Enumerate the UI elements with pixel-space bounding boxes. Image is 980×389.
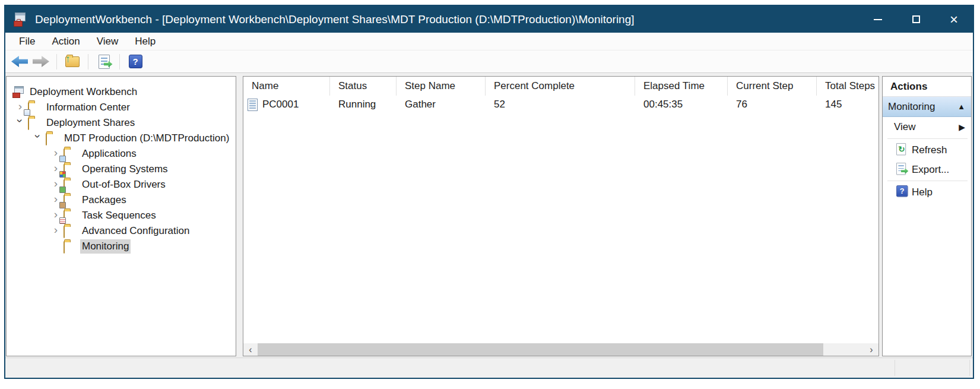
tree-item-advanced-configuration[interactable]: › Advanced Configuration bbox=[7, 223, 236, 239]
results-list-pane: Name Status Step Name Percent Complete E… bbox=[243, 76, 879, 356]
list-header: Name Status Step Name Percent Complete E… bbox=[243, 77, 878, 96]
folder-packages-icon bbox=[64, 195, 65, 207]
menu-bar: File Action View Help bbox=[5, 33, 973, 50]
maximize-icon bbox=[912, 15, 920, 23]
forward-button[interactable] bbox=[30, 52, 52, 71]
folder-icon bbox=[28, 118, 29, 130]
actions-separator bbox=[887, 181, 968, 181]
window-title: DeploymentWorkbench - [Deployment Workbe… bbox=[35, 13, 635, 26]
column-header-status[interactable]: Status bbox=[330, 77, 397, 96]
menu-file[interactable]: File bbox=[5, 33, 43, 50]
column-header-name[interactable]: Name bbox=[243, 77, 330, 96]
menu-action[interactable]: Action bbox=[43, 33, 88, 50]
minimize-icon bbox=[874, 19, 882, 20]
up-one-level-button[interactable]: ↑ bbox=[62, 52, 83, 71]
chevron-right-icon[interactable]: › bbox=[52, 178, 60, 189]
scroll-left-icon[interactable]: ‹ bbox=[243, 343, 258, 356]
maximize-button[interactable] bbox=[897, 6, 935, 33]
row-name: PC0001 bbox=[262, 99, 299, 110]
actions-pane-title: Actions bbox=[883, 77, 971, 97]
computer-report-icon bbox=[248, 99, 258, 111]
refresh-icon: ↻ bbox=[896, 143, 906, 155]
row-total-steps: 145 bbox=[817, 99, 878, 110]
table-row[interactable]: PC0001 Running Gather 52 00:45:35 76 145 bbox=[243, 96, 878, 113]
row-elapsed-time: 00:45:35 bbox=[635, 99, 728, 110]
submenu-arrow-icon: ▶ bbox=[959, 122, 965, 132]
close-button[interactable]: × bbox=[935, 6, 973, 33]
window-controls: × bbox=[859, 6, 973, 33]
selected-tree-item-label: Monitoring bbox=[80, 239, 131, 254]
column-header-current-step[interactable]: Current Step bbox=[728, 77, 817, 96]
column-header-step-name[interactable]: Step Name bbox=[397, 77, 486, 96]
column-header-total-steps[interactable]: Total Steps bbox=[817, 77, 878, 96]
chevron-down-icon[interactable]: › bbox=[33, 132, 44, 141]
scroll-right-icon[interactable]: › bbox=[864, 343, 878, 356]
app-icon bbox=[14, 12, 29, 27]
statusbar-divider bbox=[969, 360, 970, 376]
chevron-right-icon[interactable]: › bbox=[52, 224, 60, 235]
column-header-elapsed-time[interactable]: Elapsed Time bbox=[635, 77, 728, 96]
chevron-right-icon[interactable]: › bbox=[16, 100, 24, 112]
toolbar-separator bbox=[119, 54, 120, 69]
tree-item-out-of-box-drivers[interactable]: › Out-of-Box Drivers bbox=[7, 177, 236, 192]
help-icon: ? bbox=[896, 185, 908, 197]
app-window: DeploymentWorkbench - [Deployment Workbe… bbox=[4, 5, 974, 379]
folder-os-icon bbox=[64, 164, 65, 176]
toolbar-separator bbox=[56, 54, 57, 69]
folder-icon bbox=[64, 226, 65, 238]
column-header-percent-complete[interactable]: Percent Complete bbox=[486, 77, 635, 96]
forward-arrow-icon bbox=[33, 56, 49, 67]
folder-drivers-icon bbox=[64, 179, 65, 192]
export-list-button[interactable] bbox=[93, 52, 115, 71]
tree-item-packages[interactable]: › Packages bbox=[7, 192, 236, 208]
chevron-up-icon[interactable]: ▲ bbox=[957, 102, 965, 111]
action-refresh[interactable]: ↻ Refresh bbox=[883, 140, 971, 160]
row-percent-complete: 52 bbox=[486, 99, 635, 110]
row-current-step: 76 bbox=[728, 99, 817, 110]
console-tree-pane: Deployment Workbench › Information Cente… bbox=[6, 76, 236, 356]
chevron-right-icon[interactable]: › bbox=[52, 208, 60, 220]
toolbar: ↑ ? bbox=[5, 50, 973, 73]
menu-view[interactable]: View bbox=[88, 33, 127, 50]
tree-item-monitoring[interactable]: Monitoring bbox=[7, 239, 236, 254]
tree-item-mdt-production[interactable]: › MDT Production (D:\MDTProduction) bbox=[7, 131, 236, 146]
action-view[interactable]: View ▶ bbox=[883, 117, 971, 137]
action-group-label: Monitoring bbox=[888, 101, 935, 113]
folder-applications-icon bbox=[64, 148, 65, 161]
close-icon: × bbox=[950, 12, 958, 27]
title-bar: DeploymentWorkbench - [Deployment Workbe… bbox=[5, 6, 973, 33]
chevron-right-icon[interactable]: › bbox=[52, 193, 60, 204]
up-arrow-icon: ↑ bbox=[65, 53, 71, 65]
tree-item-applications[interactable]: › Applications bbox=[7, 146, 236, 162]
chevron-down-icon[interactable]: › bbox=[15, 117, 26, 125]
deployment-workbench-icon bbox=[12, 86, 26, 98]
action-export[interactable]: Export... bbox=[883, 160, 971, 179]
folder-info-icon bbox=[28, 102, 29, 115]
chevron-right-icon[interactable]: › bbox=[52, 162, 60, 173]
back-arrow-icon bbox=[11, 56, 28, 67]
tree-item-deployment-workbench[interactable]: Deployment Workbench bbox=[7, 84, 236, 100]
tree-item-operating-systems[interactable]: › Operating Systems bbox=[7, 162, 236, 177]
export-list-icon bbox=[99, 55, 110, 69]
horizontal-scrollbar[interactable]: ‹ › bbox=[243, 343, 878, 356]
toolbar-separator bbox=[88, 54, 88, 69]
minimize-button[interactable] bbox=[859, 6, 897, 33]
folder-icon bbox=[46, 133, 47, 146]
scrollbar-thumb[interactable] bbox=[258, 343, 823, 356]
action-group-monitoring[interactable]: Monitoring ▲ bbox=[883, 97, 971, 117]
menu-help[interactable]: Help bbox=[126, 33, 164, 50]
help-button[interactable]: ? bbox=[125, 52, 146, 71]
tree-item-task-sequences[interactable]: › Task Sequences bbox=[7, 208, 236, 223]
tree-item-deployment-shares[interactable]: › Deployment Shares bbox=[7, 115, 236, 131]
export-icon bbox=[896, 163, 906, 175]
statusbar-divider bbox=[895, 360, 895, 376]
actions-separator bbox=[887, 138, 968, 139]
chevron-right-icon[interactable]: › bbox=[52, 147, 60, 158]
folder-task-sequences-icon bbox=[64, 210, 65, 223]
back-button[interactable] bbox=[9, 52, 30, 71]
tree-item-information-center[interactable]: › Information Center bbox=[7, 100, 236, 115]
row-status: Running bbox=[330, 99, 397, 110]
status-bar bbox=[5, 358, 973, 378]
actions-pane: Actions Monitoring ▲ View ▶ ↻ Refresh Ex… bbox=[882, 76, 972, 356]
action-help[interactable]: ? Help bbox=[883, 182, 971, 202]
